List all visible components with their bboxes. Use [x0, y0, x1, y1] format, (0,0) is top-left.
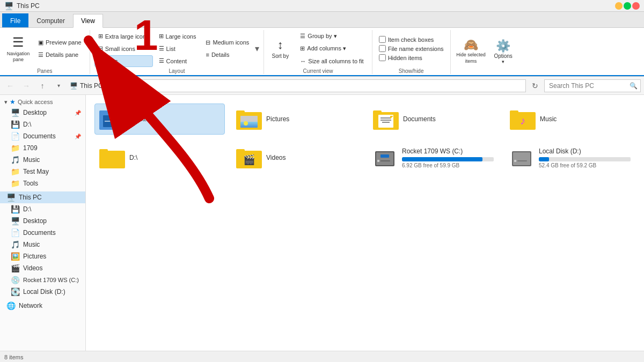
tab-view[interactable]: View: [73, 14, 103, 28]
svg-rect-6: [513, 152, 530, 165]
titlebar-icon: 🖥️: [4, 2, 13, 10]
hide-selected-button[interactable]: 🙈 Hide selected items: [455, 35, 487, 68]
sort-icon: ↕: [277, 38, 283, 52]
add-columns-icon: ⊞: [300, 45, 305, 52]
content-button[interactable]: ☰ Content: [155, 55, 200, 67]
file-tile-documents[interactable]: Documents: [368, 104, 499, 135]
list-button[interactable]: ☰ List: [155, 43, 200, 55]
preview-pane-button[interactable]: ▣ Preview pane: [34, 36, 85, 48]
close-button[interactable]: [632, 2, 640, 10]
sidebar-item-1709-quick[interactable]: 📁 1709: [0, 142, 85, 154]
forward-button[interactable]: →: [19, 79, 33, 93]
sidebar-item-label: Music: [23, 156, 40, 164]
tab-file[interactable]: File: [2, 13, 28, 27]
group-by-icon: ☰: [300, 33, 305, 40]
pin-icon: 📌: [75, 134, 81, 139]
sidebar-item-label: Music: [23, 241, 40, 248]
sidebar-item-d[interactable]: 💾 D:\: [0, 203, 85, 215]
view-options-col: ☰ Group by ▾ ⊞ Add columns ▾ ↔ Size all …: [296, 31, 367, 67]
extra-large-icons-button[interactable]: ⊞ Extra large icons: [94, 31, 153, 42]
titlebar-title: This PC: [17, 2, 615, 10]
sidebar-item-label: D:\: [23, 205, 31, 213]
layout-col-1: ⊞ Extra large icons ⊟ Small icons ▦ Tile…: [94, 31, 153, 67]
hidden-items-checkbox[interactable]: [379, 54, 386, 61]
layout-expand-button[interactable]: ▾: [255, 43, 259, 54]
file-view: Desktop Pictures: [86, 95, 644, 351]
size-columns-icon: ↔: [300, 58, 306, 64]
current-view-group-label: Current view: [268, 67, 367, 74]
maximize-button[interactable]: [624, 2, 631, 10]
refresh-button[interactable]: ↻: [528, 79, 542, 93]
breadcrumb-icon: 🖥️: [70, 82, 78, 90]
file-extensions-toggle[interactable]: File name extensions: [377, 45, 446, 53]
drive-tile-d[interactable]: Local Disk (D:) 52.4 GB free of 59.2 GB: [505, 141, 635, 174]
d-quick-icon: 💾: [11, 120, 20, 129]
d-folder-icon: [99, 147, 125, 168]
tab-computer[interactable]: Computer: [28, 13, 73, 27]
file-tile-d[interactable]: D:\: [94, 141, 225, 174]
videos-folder-icon: 🎬: [236, 147, 262, 168]
sort-by-button[interactable]: ↕ Sort by: [268, 33, 292, 65]
options-button[interactable]: ⚙️ Options ▾: [489, 35, 517, 68]
music-folder-icon: ♪: [510, 108, 536, 130]
minimize-button[interactable]: [615, 2, 623, 10]
sidebar-item-c-drive[interactable]: 💿 Rocket 1709 WS (C:): [0, 274, 85, 286]
item-checkboxes-checkbox[interactable]: [379, 36, 386, 43]
size-all-columns-button[interactable]: ↔ Size all columns to fit: [296, 55, 367, 67]
sidebar-item-music[interactable]: 🎵 Music: [0, 239, 85, 250]
sidebar-item-network[interactable]: 🌐 Network: [0, 300, 85, 312]
group-by-button[interactable]: ☰ Group by ▾: [296, 31, 367, 42]
small-icons-icon: ⊟: [98, 45, 103, 52]
sidebar-item-music-quick[interactable]: 🎵 Music: [0, 154, 85, 166]
d-drive-bar-fill: [539, 157, 549, 161]
d-drive-name: Local Disk (D:): [539, 147, 631, 155]
svg-rect-2: [380, 154, 389, 158]
c-drive-icon: 💿: [11, 276, 20, 284]
c-drive-size: 6.92 GB free of 59.9 GB: [402, 162, 494, 168]
sidebar-item-d-quick[interactable]: 💾 D:\: [0, 119, 85, 130]
file-tile-desktop[interactable]: Desktop: [94, 104, 225, 135]
d-label: D:\: [129, 154, 137, 161]
sidebar-item-label: Rocket 1709 WS (C:): [23, 277, 79, 283]
details-button[interactable]: ≡ Details: [202, 49, 253, 61]
sidebar-item-documents[interactable]: 📄 Documents: [0, 227, 85, 239]
svg-rect-8: [517, 160, 527, 161]
d-icon: 💾: [11, 205, 20, 213]
file-extensions-checkbox[interactable]: [379, 45, 386, 52]
add-columns-button[interactable]: ⊞ Add columns ▾: [296, 43, 367, 55]
up-button[interactable]: ↑: [35, 79, 49, 93]
tiles-button[interactable]: ▦ Tiles: [94, 55, 153, 67]
sidebar-item-documents-quick[interactable]: 📄 Documents 📌: [0, 130, 85, 142]
file-tile-music[interactable]: ♪ Music: [505, 104, 635, 135]
documents-label: Documents: [403, 115, 436, 123]
drive-tile-c[interactable]: Rocket 1709 WS (C:) 6.92 GB free of 59.9…: [368, 141, 499, 174]
sidebar-item-thispc[interactable]: 🖥️ This PC: [0, 191, 85, 203]
sidebar-item-pictures[interactable]: 🖼️ Pictures: [0, 250, 85, 262]
small-icons-button[interactable]: ⊟ Small icons: [94, 43, 153, 55]
desktop-folder-icon: [99, 108, 125, 130]
sidebar-item-testmay-quick[interactable]: 📁 Test May: [0, 166, 85, 178]
back-button[interactable]: ←: [3, 79, 17, 93]
sidebar-item-tools-quick[interactable]: 📁 Tools: [0, 178, 85, 189]
hidden-items-toggle[interactable]: Hidden items: [377, 54, 425, 62]
large-icons-button[interactable]: ⊞ Large icons: [155, 31, 200, 42]
recent-locations-button[interactable]: ▾: [52, 79, 65, 93]
file-tile-pictures[interactable]: Pictures: [231, 104, 362, 135]
navigation-pane-button[interactable]: ☰ Navigation pane: [4, 33, 32, 65]
address-bar[interactable]: [107, 79, 526, 92]
sidebar-item-d-drive[interactable]: 💽 Local Disk (D:): [0, 286, 85, 298]
sidebar-item-desktop-quick[interactable]: 🖥️ Desktop 📌: [0, 107, 85, 119]
medium-icons-button[interactable]: ⊟ Medium icons: [202, 36, 253, 48]
sidebar-item-desktop[interactable]: 🖥️ Desktop: [0, 215, 85, 227]
details-pane-button[interactable]: ☰ Details pane: [34, 49, 85, 61]
quick-access-star-icon: ★: [10, 98, 16, 106]
large-icons-icon: ⊞: [159, 33, 164, 40]
documents-icon: 📄: [11, 228, 20, 237]
search-input[interactable]: [544, 79, 641, 92]
file-tile-videos[interactable]: 🎬 Videos: [231, 141, 362, 174]
window-controls: [615, 2, 640, 10]
pane-buttons-col: ▣ Preview pane ☰ Details pane: [34, 36, 85, 61]
item-checkboxes-toggle[interactable]: Item check boxes: [377, 35, 436, 43]
sidebar-item-videos[interactable]: 🎬 Videos: [0, 262, 85, 274]
quick-access-header[interactable]: ▾ ★ Quick access: [0, 97, 85, 107]
